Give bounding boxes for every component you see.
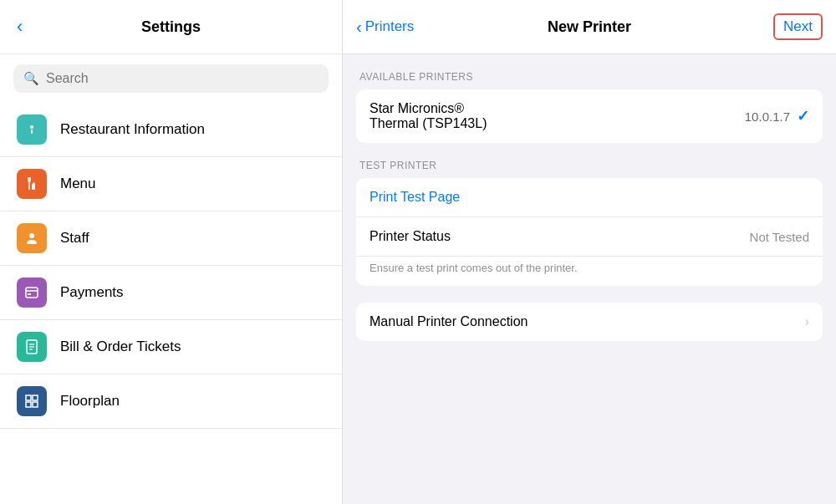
- manual-connection-card: Manual Printer Connection ›: [356, 303, 823, 341]
- manual-printer-connection-row[interactable]: Manual Printer Connection ›: [356, 303, 823, 341]
- back-nav-arrow-icon: ‹: [356, 18, 362, 37]
- printer-name-line2: Thermal (TSP143L): [370, 116, 487, 131]
- svg-rect-13: [33, 402, 38, 407]
- payments-icon: [17, 277, 47, 308]
- search-input[interactable]: [46, 71, 319, 86]
- search-icon: 🔍: [23, 71, 39, 86]
- right-header: ‹ Printers New Printer Next: [343, 0, 836, 54]
- printer-name-line1: Star Micronics®: [370, 101, 487, 116]
- restaurant-info-icon: [17, 115, 47, 145]
- printer-meta: 10.0.1.7 ✓: [745, 107, 809, 125]
- printer-status-label: Printer Status: [370, 229, 451, 244]
- sidebar-item-label: Bill & Order Tickets: [60, 339, 181, 355]
- selected-checkmark-icon: ✓: [797, 107, 809, 125]
- sidebar-item-restaurant-information[interactable]: Restaurant Information: [0, 103, 342, 157]
- svg-rect-3: [26, 288, 38, 298]
- sidebar-item-floorplan[interactable]: Floorplan: [0, 374, 342, 429]
- staff-icon: [17, 223, 47, 253]
- printer-status-value: Not Tested: [750, 230, 809, 244]
- test-printer-hint: Ensure a test print comes out of the pri…: [356, 257, 823, 286]
- printers-back-label: Printers: [365, 18, 415, 35]
- settings-list: Restaurant Information Menu Staff: [0, 103, 342, 504]
- menu-icon: [17, 169, 47, 199]
- new-printer-title: New Printer: [548, 18, 631, 36]
- svg-point-0: [30, 125, 33, 129]
- printer-status-row: Printer Status Not Tested: [356, 217, 823, 257]
- available-printers-card: Star Micronics® Thermal (TSP143L) 10.0.1…: [356, 89, 823, 143]
- test-printer-section-label: TEST PRINTER: [356, 160, 823, 171]
- svg-rect-12: [26, 402, 31, 407]
- sidebar-item-bill-order-tickets[interactable]: Bill & Order Tickets: [0, 320, 342, 374]
- print-test-page-row[interactable]: Print Test Page: [356, 178, 823, 217]
- svg-rect-1: [31, 130, 33, 134]
- print-test-page-label: Print Test Page: [370, 190, 460, 205]
- svg-rect-5: [28, 293, 31, 295]
- printer-ip: 10.0.1.7: [745, 109, 790, 124]
- chevron-right-icon: ›: [805, 314, 809, 329]
- next-button[interactable]: Next: [773, 13, 823, 40]
- search-bar[interactable]: 🔍: [13, 64, 329, 93]
- sidebar-item-label: Staff: [60, 230, 89, 247]
- back-button[interactable]: ‹: [17, 16, 23, 38]
- sidebar-item-payments[interactable]: Payments: [0, 266, 342, 320]
- test-printer-card: Print Test Page Printer Status Not Teste…: [356, 178, 823, 286]
- floorplan-icon: [17, 386, 47, 416]
- sidebar-item-staff[interactable]: Staff: [0, 211, 342, 266]
- left-header: ‹ Settings: [0, 0, 342, 54]
- printer-row[interactable]: Star Micronics® Thermal (TSP143L) 10.0.1…: [356, 89, 823, 143]
- right-content: AVAILABLE PRINTERS Star Micronics® Therm…: [343, 54, 836, 504]
- sidebar-item-label: Payments: [60, 284, 124, 301]
- sidebar-item-menu[interactable]: Menu: [0, 157, 342, 211]
- sidebar-item-label: Restaurant Information: [60, 121, 205, 138]
- sidebar-item-label: Floorplan: [60, 393, 120, 410]
- available-printers-section-label: AVAILABLE PRINTERS: [356, 71, 823, 83]
- bill-order-icon: [17, 332, 47, 362]
- svg-point-2: [29, 233, 34, 238]
- manual-connection-label: Manual Printer Connection: [370, 314, 528, 329]
- svg-rect-11: [33, 395, 38, 400]
- right-panel: ‹ Printers New Printer Next AVAILABLE PR…: [343, 0, 836, 504]
- printers-back-button[interactable]: ‹ Printers: [356, 18, 414, 37]
- sidebar-item-label: Menu: [60, 176, 96, 192]
- right-header-inner: ‹ Printers New Printer Next: [356, 13, 823, 40]
- settings-title: Settings: [141, 18, 201, 36]
- svg-rect-10: [26, 395, 31, 400]
- printer-info: Star Micronics® Thermal (TSP143L): [370, 101, 487, 131]
- left-panel: ‹ Settings 🔍 Restaurant Information: [0, 0, 343, 504]
